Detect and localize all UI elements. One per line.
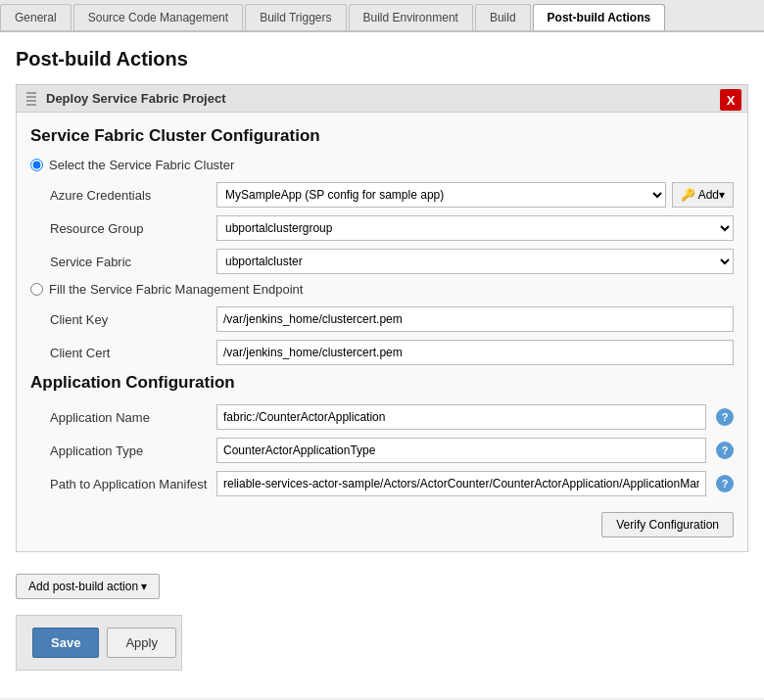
manifest-help-icon[interactable]: ?: [716, 475, 734, 492]
resource-group-label: Resource Group: [50, 221, 216, 236]
client-cert-row: Client Cert: [30, 340, 734, 365]
app-name-input[interactable]: [216, 404, 706, 430]
service-fabric-select-wrap[interactable]: ubportalcluster: [216, 249, 734, 274]
add-action-bar: Add post-build action ▾: [16, 566, 748, 607]
app-config-section: Application Configuration Application Na…: [30, 373, 734, 537]
panel-close-button[interactable]: X: [720, 89, 741, 111]
radio-fill-endpoint-input[interactable]: [30, 283, 43, 296]
manifest-input[interactable]: [216, 471, 706, 496]
app-name-label: Application Name: [50, 410, 216, 425]
tab-build-environment[interactable]: Build Environment: [349, 4, 473, 30]
client-key-row: Client Key: [30, 306, 734, 332]
resource-group-row: Resource Group ubportalclustergroup: [30, 215, 734, 241]
app-type-row: Application Type ?: [30, 438, 734, 463]
verify-config-button[interactable]: Verify Configuration: [601, 512, 734, 537]
client-cert-control: [216, 340, 734, 365]
cluster-config-title: Service Fabric Cluster Configuration: [30, 126, 734, 146]
save-apply-bar: Save Apply: [16, 615, 182, 671]
app-type-help-icon[interactable]: ?: [716, 442, 734, 459]
client-cert-label: Client Cert: [50, 346, 216, 360]
manifest-row: Path to Application Manifest ?: [30, 471, 734, 496]
page-title: Post-build Actions: [16, 48, 748, 70]
resource-group-control: ubportalclustergroup: [216, 215, 734, 241]
radio-fill-endpoint-label: Fill the Service Fabric Management Endpo…: [49, 282, 303, 297]
tab-scm[interactable]: Source Code Management: [73, 4, 243, 30]
tab-general[interactable]: General: [0, 4, 72, 30]
radio-select-cluster-input[interactable]: [30, 159, 43, 171]
add-post-build-action-button[interactable]: Add post-build action ▾: [16, 574, 160, 599]
apply-button[interactable]: Apply: [107, 628, 176, 658]
tab-build-triggers[interactable]: Build Triggers: [245, 4, 346, 30]
resource-group-select-wrap[interactable]: ubportalclustergroup: [216, 215, 734, 241]
drag-handle: [26, 92, 36, 106]
tab-bar: General Source Code Management Build Tri…: [0, 0, 764, 32]
app-config-title: Application Configuration: [30, 373, 734, 393]
azure-credentials-select[interactable]: MySampleApp (SP config for sample app): [217, 183, 665, 207]
tab-post-build-actions[interactable]: Post-build Actions: [533, 4, 666, 30]
azure-credentials-label: Azure Credentials: [50, 188, 216, 203]
key-icon: 🔑: [681, 188, 695, 202]
service-fabric-label: Service Fabric: [50, 255, 216, 269]
app-name-control: ?: [216, 404, 734, 430]
radio-select-cluster-label: Select the Service Fabric Cluster: [49, 158, 234, 172]
app-name-row: Application Name ?: [30, 404, 734, 430]
azure-credentials-control: MySampleApp (SP config for sample app) 🔑…: [216, 182, 734, 208]
azure-credentials-select-wrap[interactable]: MySampleApp (SP config for sample app): [216, 182, 666, 208]
add-credentials-label: Add▾: [698, 188, 725, 202]
radio-fill-endpoint[interactable]: Fill the Service Fabric Management Endpo…: [30, 282, 734, 297]
save-button[interactable]: Save: [32, 628, 99, 658]
service-fabric-control: ubportalcluster: [216, 249, 734, 274]
app-type-control: ?: [216, 438, 734, 463]
app-type-label: Application Type: [50, 443, 216, 458]
service-fabric-select[interactable]: ubportalcluster: [217, 250, 733, 273]
client-key-control: [216, 306, 734, 332]
client-key-input[interactable]: [216, 306, 734, 332]
radio-select-cluster[interactable]: Select the Service Fabric Cluster: [30, 158, 734, 172]
main-content: Post-build Actions Deploy Service Fabric…: [0, 32, 764, 698]
panel-body: Service Fabric Cluster Configuration Sel…: [17, 113, 747, 551]
app-name-help-icon[interactable]: ?: [716, 408, 734, 426]
client-cert-input[interactable]: [216, 340, 734, 365]
panel-header: Deploy Service Fabric Project: [17, 85, 747, 113]
client-key-label: Client Key: [50, 312, 216, 327]
service-fabric-row: Service Fabric ubportalcluster: [30, 249, 734, 274]
add-credentials-button[interactable]: 🔑 Add▾: [672, 182, 734, 208]
manifest-label: Path to Application Manifest: [50, 477, 216, 491]
app-type-input[interactable]: [216, 438, 706, 463]
deploy-panel: Deploy Service Fabric Project X Service …: [16, 84, 748, 552]
panel-title: Deploy Service Fabric Project: [46, 91, 226, 106]
tab-build[interactable]: Build: [475, 4, 531, 30]
manifest-control: ?: [216, 471, 734, 496]
azure-credentials-row: Azure Credentials MySampleApp (SP config…: [30, 182, 734, 208]
resource-group-select[interactable]: ubportalclustergroup: [217, 216, 733, 240]
